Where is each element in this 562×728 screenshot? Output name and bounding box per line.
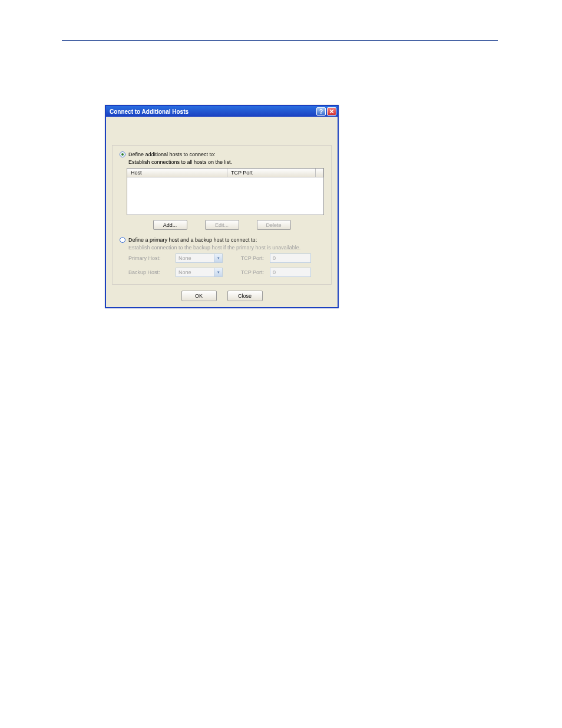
titlebar[interactable]: Connect to Additional Hosts ? xyxy=(106,106,338,117)
close-button[interactable]: Close xyxy=(227,291,263,301)
table-body[interactable] xyxy=(127,177,323,215)
table-header: Host TCP Port xyxy=(127,169,323,177)
hosts-groupbox: Define additional hosts to connect to: E… xyxy=(112,145,332,285)
ok-button[interactable]: OK xyxy=(181,291,217,301)
radio-additional-hosts[interactable]: Define additional hosts to connect to: xyxy=(120,151,324,157)
chevron-down-icon: ▾ xyxy=(214,268,222,276)
col-tcp-port[interactable]: TCP Port xyxy=(227,169,316,177)
add-button[interactable]: Add... xyxy=(153,220,187,230)
hosts-table[interactable]: Host TCP Port xyxy=(127,168,324,215)
close-icon xyxy=(329,109,334,114)
help-button[interactable]: ? xyxy=(316,107,326,116)
section1-buttons: Add... Edit... Delete xyxy=(120,220,324,230)
field-value: 0 xyxy=(273,255,276,261)
radio-icon xyxy=(120,237,125,243)
delete-button[interactable]: Delete xyxy=(257,220,291,230)
radio-primary-backup[interactable]: Define a primary host and a backup host … xyxy=(120,237,324,243)
edit-button[interactable]: Edit... xyxy=(205,220,239,230)
field-value: 0 xyxy=(273,269,276,275)
radio-label: Define a primary host and a backup host … xyxy=(128,237,257,243)
primary-port-field[interactable]: 0 xyxy=(270,253,311,263)
section2: Define a primary host and a backup host … xyxy=(120,237,324,277)
backup-port-field[interactable]: 0 xyxy=(270,268,311,277)
page-divider xyxy=(62,40,498,41)
dropdown-value: None xyxy=(178,255,191,261)
section2-subtext: Establish connection to the backup host … xyxy=(128,245,324,251)
host-grid: Primary Host: None ▾ TCP Port: 0 Backup … xyxy=(128,253,324,277)
primary-host-dropdown[interactable]: None ▾ xyxy=(176,253,223,263)
dialog-footer: OK Close xyxy=(112,285,332,302)
primary-host-label: Primary Host: xyxy=(128,255,170,261)
backup-host-dropdown[interactable]: None ▾ xyxy=(176,268,223,277)
dropdown-value: None xyxy=(178,269,191,275)
radio-icon xyxy=(120,151,125,157)
dialog-body: Define additional hosts to connect to: E… xyxy=(106,117,338,307)
dialog-title: Connect to Additional Hosts xyxy=(110,108,316,115)
connect-additional-hosts-dialog: Connect to Additional Hosts ? Define add… xyxy=(105,105,339,308)
radio-label: Define additional hosts to connect to: xyxy=(128,151,216,157)
col-spacer xyxy=(316,169,323,177)
col-host[interactable]: Host xyxy=(127,169,227,177)
backup-host-label: Backup Host: xyxy=(128,269,170,275)
chevron-down-icon: ▾ xyxy=(214,254,222,262)
backup-port-label: TCP Port: xyxy=(229,269,264,275)
section1-subtext: Establish connections to all hosts on th… xyxy=(128,159,324,165)
primary-port-label: TCP Port: xyxy=(229,255,264,261)
close-window-button[interactable] xyxy=(327,107,336,116)
